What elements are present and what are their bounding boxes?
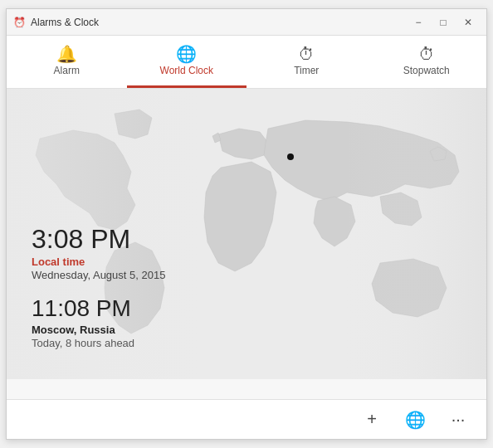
tab-timer-label: Timer: [294, 65, 319, 76]
tab-bar: 🔔 Alarm 🌐 World Clock ⏱ Timer ⏱ Stopwatc…: [7, 36, 486, 89]
alarm-icon: 🔔: [56, 46, 77, 62]
tab-alarm-label: Alarm: [54, 65, 80, 76]
city-name: Moscow, Russia: [32, 324, 165, 336]
window-title: Alarms & Clock: [31, 17, 99, 28]
world-clock-icon: 🌐: [176, 46, 197, 62]
city-offset: Today, 8 hours ahead: [32, 337, 165, 349]
local-date: Wednesday, August 5, 2015: [32, 269, 165, 281]
main-content: 3:08 PM Local time Wednesday, August 5, …: [7, 89, 486, 399]
title-bar-left: ⏰ Alarms & Clock: [13, 17, 99, 28]
app-icon: ⏰: [13, 17, 26, 28]
tab-world-clock-label: World Clock: [160, 65, 213, 76]
tab-timer[interactable]: ⏱ Timer: [247, 36, 367, 88]
timer-icon: ⏱: [298, 46, 315, 62]
close-button[interactable]: ✕: [456, 11, 480, 34]
clock-info: 3:08 PM Local time Wednesday, August 5, …: [32, 225, 165, 349]
title-bar-controls: − □ ✕: [407, 11, 480, 34]
tab-alarm[interactable]: 🔔 Alarm: [7, 36, 127, 88]
stopwatch-icon: ⏱: [418, 46, 435, 62]
location-dot: [287, 153, 294, 160]
maximize-button[interactable]: □: [432, 11, 455, 34]
tab-stopwatch-label: Stopwatch: [403, 65, 450, 76]
bottom-bar: + 🌐 ···: [7, 399, 486, 439]
local-time-label: Local time: [32, 256, 165, 268]
city-entry: 11:08 PM Moscow, Russia Today, 8 hours a…: [32, 296, 165, 349]
minimize-button[interactable]: −: [407, 11, 430, 34]
add-clock-button[interactable]: +: [357, 405, 387, 435]
app-window: ⏰ Alarms & Clock − □ ✕ 🔔 Alarm 🌐 World C…: [6, 8, 487, 440]
tab-stopwatch[interactable]: ⏱ Stopwatch: [367, 36, 487, 88]
local-time: 3:08 PM: [32, 225, 165, 254]
city-time: 11:08 PM: [32, 296, 165, 322]
tab-world-clock[interactable]: 🌐 World Clock: [127, 36, 247, 88]
world-clock-settings-button[interactable]: 🌐: [400, 405, 430, 435]
title-bar: ⏰ Alarms & Clock − □ ✕: [7, 9, 486, 36]
more-options-button[interactable]: ···: [443, 405, 473, 435]
